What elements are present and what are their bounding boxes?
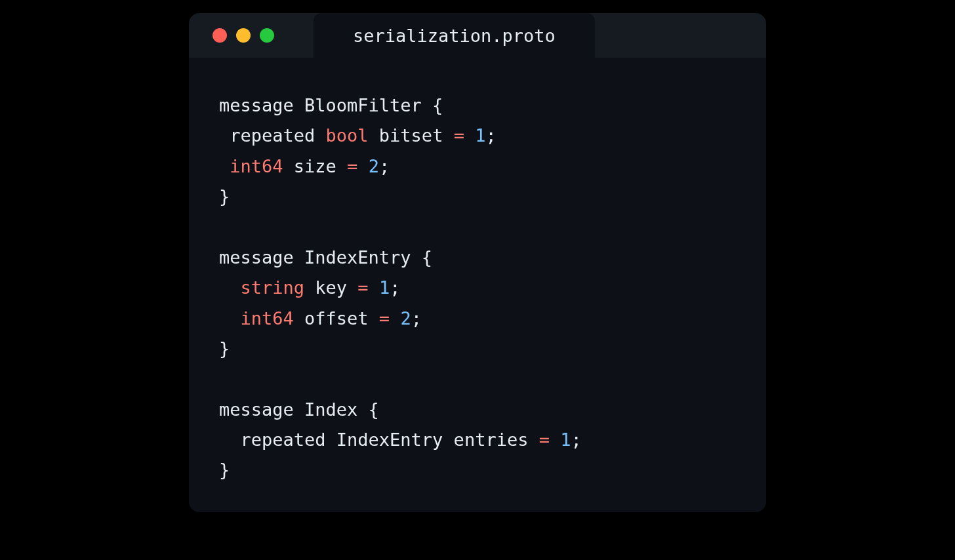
code-token-ident	[219, 156, 230, 176]
code-token-type: int64	[241, 308, 294, 329]
code-empty-line	[219, 212, 740, 243]
code-token-num: 2	[400, 308, 411, 329]
code-token-punct: ;	[390, 277, 400, 298]
code-token-ident: IndexEntry entries	[336, 430, 539, 450]
code-token-ident: size	[283, 156, 348, 176]
code-token-ident: offset	[294, 308, 379, 329]
code-token-op: =	[357, 277, 368, 298]
code-line: message IndexEntry {	[219, 243, 740, 273]
code-token-op: =	[454, 125, 464, 146]
tab-title: serialization.proto	[353, 26, 556, 46]
code-token-type: int64	[230, 156, 283, 176]
code-token-punct: }	[219, 338, 230, 359]
close-icon[interactable]	[213, 28, 227, 43]
code-line: string key = 1;	[219, 273, 740, 303]
code-editor[interactable]: message BloomFilter { repeated bool bits…	[189, 58, 766, 512]
code-token-ident: bitset	[369, 125, 454, 146]
code-token-op: =	[539, 430, 550, 450]
code-token-ident: BloomFilter {	[304, 95, 443, 115]
code-token-num: 1	[560, 430, 571, 450]
code-line: repeated bool bitset = 1;	[219, 121, 740, 151]
traffic-lights	[189, 28, 274, 43]
code-line: repeated IndexEntry entries = 1;	[219, 425, 740, 455]
code-token-keyword: repeated	[219, 125, 326, 146]
code-token-num: 2	[369, 156, 379, 176]
code-token-ident	[550, 430, 560, 450]
minimize-icon[interactable]	[236, 28, 251, 43]
maximize-icon[interactable]	[260, 28, 274, 43]
code-token-keyword: message	[219, 247, 304, 268]
editor-window: serialization.proto message BloomFilter …	[189, 13, 766, 512]
code-token-ident	[219, 308, 241, 329]
code-token-type: bool	[326, 125, 369, 146]
code-token-ident	[464, 125, 475, 146]
code-line: }	[219, 182, 740, 212]
code-token-ident	[369, 277, 379, 298]
code-token-punct: ;	[411, 308, 422, 329]
code-token-op: =	[347, 156, 357, 176]
code-token-punct: }	[219, 460, 230, 480]
code-token-ident	[357, 156, 368, 176]
code-line: message Index {	[219, 395, 740, 425]
titlebar: serialization.proto	[189, 13, 766, 58]
code-line: message BloomFilter {	[219, 90, 740, 121]
code-token-op: =	[379, 308, 390, 329]
code-token-keyword: message	[219, 399, 304, 420]
code-token-num: 1	[379, 277, 390, 298]
code-token-ident: IndexEntry {	[304, 247, 432, 268]
code-token-ident	[390, 308, 400, 329]
code-token-punct: ;	[485, 125, 496, 146]
code-token-keyword: repeated	[219, 430, 336, 450]
code-empty-line	[219, 365, 740, 395]
code-token-ident: key	[304, 277, 357, 298]
code-token-num: 1	[475, 125, 485, 146]
code-token-ident	[219, 277, 241, 298]
code-line: }	[219, 455, 740, 485]
code-token-keyword: message	[219, 95, 304, 115]
tab-active[interactable]: serialization.proto	[314, 13, 595, 58]
code-token-type: string	[241, 277, 305, 298]
code-token-punct: ;	[571, 430, 581, 450]
code-token-punct: ;	[379, 156, 390, 176]
code-token-punct: }	[219, 186, 230, 207]
code-line: int64 offset = 2;	[219, 304, 740, 334]
code-token-ident: Index {	[304, 399, 379, 420]
code-line: }	[219, 334, 740, 364]
code-line: int64 size = 2;	[219, 151, 740, 182]
